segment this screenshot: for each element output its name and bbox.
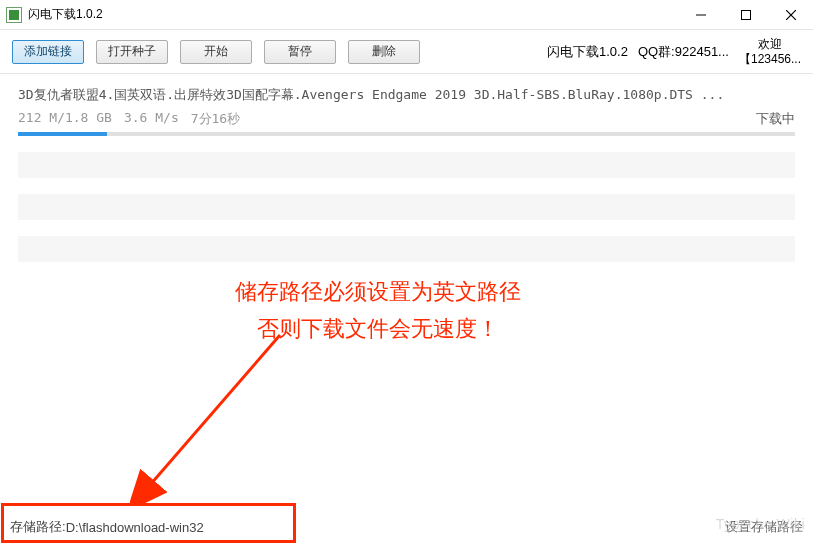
welcome-id: 【123456... [739,52,801,66]
download-size: 212 M/1.8 GB [18,110,112,128]
storage-path-label: 存储路径: [10,518,66,536]
download-eta: 7分16秒 [191,110,240,128]
svg-line-7 [150,335,280,485]
add-link-button[interactable]: 添加链接 [12,40,84,64]
download-status: 下载中 [756,110,795,128]
welcome-label: 欢迎 [739,37,801,51]
close-button[interactable] [768,0,813,30]
open-torrent-button[interactable]: 打开种子 [96,40,168,64]
svg-rect-1 [9,10,19,20]
download-list: 3D复仇者联盟4.国英双语.出屏特效3D国配字幕.Avengers Endgam… [0,74,813,262]
download-speed: 3.6 M/s [124,110,179,128]
pause-button[interactable]: 暂停 [264,40,336,64]
empty-row [18,236,795,262]
toolbar: 添加链接 打开种子 开始 暂停 删除 闪电下载1.0.2 QQ群:922451.… [0,30,813,74]
empty-row [18,152,795,178]
maximize-button[interactable] [723,0,768,30]
svg-rect-3 [741,10,750,19]
start-button[interactable]: 开始 [180,40,252,64]
delete-button[interactable]: 删除 [348,40,420,64]
status-bar: 存储路径: D:\flashdownload-win32 设置存储路径 [0,510,813,544]
set-storage-path-link[interactable]: 设置存储路径 [725,518,803,536]
annotation-arrow [130,325,300,505]
minimize-button[interactable] [678,0,723,30]
storage-path-value: D:\flashdownload-win32 [66,520,204,535]
window-title: 闪电下载1.0.2 [28,6,103,23]
version-label: 闪电下载1.0.2 [547,43,628,61]
annotation-line-2: 否则下载文件会无速度！ [218,310,538,347]
empty-row [18,194,795,220]
download-item[interactable]: 3D复仇者联盟4.国英双语.出屏特效3D国配字幕.Avengers Endgam… [18,86,795,136]
title-bar: 闪电下载1.0.2 [0,0,813,30]
qq-group-label: QQ群:922451... [638,43,729,61]
progress-fill [18,132,107,136]
download-name: 3D复仇者联盟4.国英双语.出屏特效3D国配字幕.Avengers Endgam… [18,86,795,104]
welcome-block: 欢迎 【123456... [739,37,801,66]
annotation-text: 储存路径必须设置为英文路径 否则下载文件会无速度！ [218,273,538,348]
annotation-line-1: 储存路径必须设置为英文路径 [218,273,538,310]
app-icon [6,7,22,23]
progress-bar [18,132,795,136]
download-meta: 212 M/1.8 GB 3.6 M/s 7分16秒 下载中 [18,110,795,128]
